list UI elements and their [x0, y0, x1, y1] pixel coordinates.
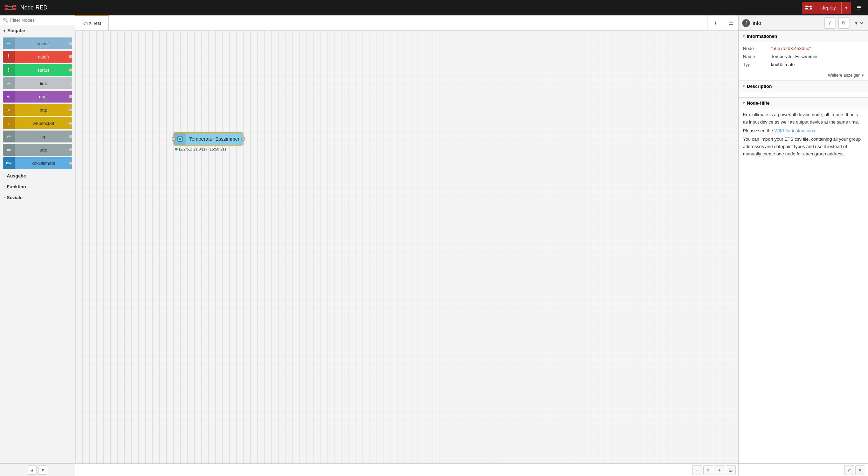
catch-port	[69, 55, 72, 58]
websocket-icon: ↕	[3, 117, 15, 129]
node-hilfe-header[interactable]: ▾ Node-Hilfe	[739, 98, 868, 108]
sidebar: 🔍 ▾ Eingabe → inject	[0, 15, 75, 476]
svg-rect-12	[810, 6, 812, 7]
tab-list-button[interactable]: ☰	[723, 15, 738, 31]
panel-expand-button[interactable]: ⤢	[844, 465, 854, 475]
info-panel-icon: i	[742, 19, 750, 27]
node-http[interactable]: ↗ http	[3, 104, 72, 116]
topbar-left: Node-RED	[4, 4, 47, 12]
hamburger-menu-button[interactable]: ≡	[854, 2, 864, 14]
tab-knx-test-label: KNX Test	[82, 21, 101, 26]
svg-rect-8	[805, 8, 808, 9]
catch-icon: !	[3, 51, 15, 63]
mqtt-icon: ∿	[3, 91, 15, 103]
svg-rect-1	[5, 8, 8, 10]
node-catch[interactable]: ! catch	[3, 51, 72, 63]
name-row: Name Temperatur Esszimmer	[743, 52, 864, 61]
informationen-chevron: ▾	[743, 34, 745, 38]
tcp-icon: ⇌	[3, 131, 15, 142]
catch-label: catch	[15, 51, 72, 63]
node-inject[interactable]: → inject	[3, 37, 72, 49]
udp-icon: ⇌	[3, 144, 15, 156]
node-udp[interactable]: ⇌ udp	[3, 144, 72, 156]
help-link-line: Please see the WIKI for instructions.	[743, 127, 864, 135]
name-key: Name	[743, 54, 771, 59]
zoom-in-button[interactable]: +	[715, 465, 724, 475]
category-ausgabe[interactable]: › Ausgabe	[0, 170, 75, 181]
flow-node-box[interactable]: Temperatur Esszimmer	[173, 132, 243, 146]
flow-node-temperatur-esszimmer[interactable]: Temperatur Esszimmer (2/2/51) 21.9 (17, …	[173, 132, 243, 146]
tcp-port	[69, 135, 72, 138]
node-red-logo	[4, 4, 17, 12]
deploy-dropdown-arrow[interactable]: ▾	[841, 2, 851, 14]
node-link[interactable]: ↔ link	[3, 77, 72, 89]
link-icon: ↔	[3, 77, 15, 89]
flow-node-status: (2/2/51) 21.9 (17, 16:50:21)	[175, 147, 226, 151]
chevron-down-icon: ▾	[4, 29, 5, 33]
link-port	[69, 82, 72, 85]
scroll-up-button[interactable]: ▲	[28, 465, 37, 475]
main-layout: 🔍 ▾ Eingabe → inject	[0, 15, 868, 476]
panel-tools-button[interactable]: ⚙	[838, 18, 849, 29]
fit-view-button[interactable]: ⊡	[726, 465, 736, 475]
scroll-down-button[interactable]: ▼	[38, 465, 47, 475]
status-indicator	[175, 148, 178, 150]
info-panel-title: info	[753, 20, 821, 26]
more-info: Weitere anzeigen	[739, 71, 868, 80]
panel-close-button[interactable]: ✕	[855, 465, 865, 475]
category-eingabe-label: Eingabe	[7, 28, 25, 33]
wiki-link[interactable]: WIKI for instructions.	[774, 128, 817, 133]
node-knxultimate[interactable]: knx knxUltimate	[3, 157, 72, 169]
node-value: "56b7a2d3.458d5c"	[771, 46, 864, 51]
zoom-reset-button[interactable]: ○	[703, 465, 713, 475]
category-funktion[interactable]: › Funktion	[0, 181, 75, 192]
category-funktion-label: Funktion	[7, 184, 26, 189]
inject-label: inject	[15, 37, 72, 49]
node-websocket[interactable]: ↕ websocket	[3, 117, 72, 129]
description-header[interactable]: ▾ Description	[739, 81, 868, 92]
websocket-label: websocket	[15, 117, 72, 129]
websocket-port	[69, 121, 72, 125]
inject-port	[69, 42, 72, 45]
zoom-out-button[interactable]: −	[692, 465, 702, 475]
informationen-label: Informationen	[747, 34, 777, 39]
node-status[interactable]: ! status	[3, 64, 72, 76]
status-text: (2/2/51) 21.9 (17, 16:50:21)	[179, 147, 226, 151]
status-port	[69, 68, 72, 72]
knxultimate-label: knxUltimate	[15, 157, 72, 169]
right-panel-content: ▾ Informationen Node "56b7a2d3.458d5c" N…	[739, 31, 868, 463]
svg-rect-13	[810, 8, 812, 9]
info-icon: i	[829, 20, 831, 26]
typ-key: Typ	[743, 62, 771, 67]
svg-rect-7	[805, 6, 808, 7]
eingabe-nodes: → inject ! catch !	[0, 36, 75, 170]
informationen-header[interactable]: ▾ Informationen	[739, 31, 868, 42]
udp-port	[69, 148, 72, 152]
node-tcp[interactable]: ⇌ tcp	[3, 131, 72, 142]
topbar-right: deploy ▾ ≡	[802, 2, 864, 14]
filter-nodes-input[interactable]	[10, 18, 72, 23]
category-eingabe[interactable]: ▾ Eingabe	[0, 25, 75, 36]
add-tab-button[interactable]: +	[708, 15, 723, 31]
flow-canvas[interactable]: Temperatur Esszimmer (2/2/51) 21.9 (17, …	[75, 31, 738, 463]
svg-rect-0	[5, 5, 8, 7]
tabs-actions: + ☰	[708, 15, 738, 31]
chevron-right-icon-3: ›	[4, 196, 5, 200]
category-soziale[interactable]: › Soziale	[0, 192, 75, 203]
right-panel-header: i info i ⚙ ▾	[739, 15, 868, 31]
deploy-button[interactable]: deploy ▾	[802, 2, 851, 14]
nodes-list: ▾ Eingabe → inject ! catch	[0, 25, 75, 463]
node-mqtt[interactable]: ∿ mqtt	[3, 91, 72, 103]
node-hilfe-label: Node-Hilfe	[747, 100, 770, 106]
panel-dropdown[interactable]: ▾	[852, 19, 864, 28]
search-icon: 🔍	[3, 18, 8, 23]
description-content	[739, 92, 868, 97]
svg-rect-5	[13, 5, 16, 7]
mqtt-port	[69, 95, 72, 98]
svg-rect-6	[13, 8, 16, 10]
typ-value: knxUltimate	[771, 62, 864, 67]
help-text-1: Knx-ultimate is a powerfull device node,…	[743, 111, 864, 126]
panel-info-button[interactable]: i	[824, 18, 835, 29]
tab-knx-test[interactable]: KNX Test	[75, 15, 109, 30]
weitere-anzeigen-link[interactable]: Weitere anzeigen	[828, 73, 864, 78]
